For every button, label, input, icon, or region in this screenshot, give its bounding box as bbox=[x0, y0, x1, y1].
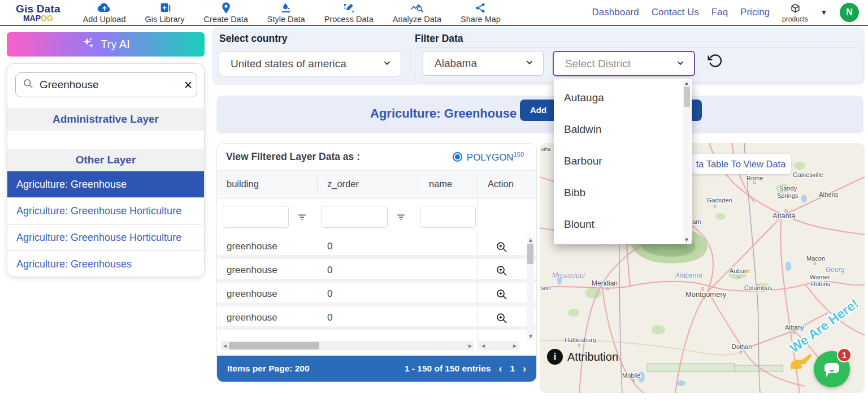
layer-sidebar: ✕ Administrative Layer Other Layer Agric… bbox=[7, 63, 205, 277]
clear-search-icon[interactable]: ✕ bbox=[184, 79, 193, 92]
country-select[interactable]: United states of america bbox=[219, 51, 401, 76]
zoom-in-icon[interactable] bbox=[495, 288, 508, 304]
logo-text: Gis Data bbox=[16, 3, 60, 14]
next-page-icon[interactable]: › bbox=[523, 364, 526, 374]
district-select[interactable]: Select District bbox=[553, 51, 695, 76]
app-logo[interactable]: Gis Data MAPOG bbox=[16, 3, 60, 22]
radio-selected-icon[interactable] bbox=[453, 152, 462, 162]
nav-link[interactable]: Pricing bbox=[740, 7, 770, 18]
table-vertical-scrollbar[interactable]: ▲ ▼ bbox=[527, 237, 534, 340]
filter-input-building[interactable] bbox=[223, 206, 289, 228]
nav-link[interactable]: Contact Us bbox=[652, 7, 699, 18]
svg-text:son: son bbox=[541, 284, 551, 291]
action-column-scrollbar[interactable]: ◄ ► bbox=[479, 341, 519, 351]
state-select[interactable]: Alabama bbox=[423, 51, 544, 76]
chevron-down-icon bbox=[676, 58, 685, 70]
nav-tool-button[interactable]: Add Upload bbox=[77, 1, 132, 25]
table-filter-row bbox=[217, 199, 536, 235]
svg-text:Montgomery: Montgomery bbox=[685, 290, 727, 299]
current-page: 1 bbox=[510, 364, 515, 374]
layer-title: Agriculture: Greenhouse bbox=[370, 106, 517, 121]
prev-page-icon[interactable]: ‹ bbox=[498, 364, 502, 374]
cell-z-order: 0 bbox=[327, 312, 332, 323]
navbar-links: DashboardContact UsFaqPricing bbox=[592, 7, 770, 18]
sidebar-layer-item[interactable]: Agriculture: Greenhouse Horticulture bbox=[7, 198, 204, 224]
svg-text:Meridian: Meridian bbox=[592, 279, 618, 287]
nav-tool-icon bbox=[342, 2, 355, 14]
sidebar-layer-item[interactable]: Agriculture: Greenhouse Horticulture bbox=[7, 224, 204, 251]
svg-text:Auburn: Auburn bbox=[730, 267, 749, 274]
reset-filter-icon[interactable] bbox=[708, 53, 723, 71]
try-ai-button[interactable]: Try AI bbox=[7, 32, 205, 57]
sidebar-layer-item[interactable]: Agriculture: Greenhouse bbox=[7, 171, 204, 198]
district-option[interactable]: Baldwin bbox=[554, 114, 692, 145]
sidebar-layer-item[interactable]: Agriculture: Greenhouses bbox=[7, 251, 204, 277]
search-icon bbox=[23, 78, 34, 92]
nav-tool-button[interactable]: Create Data bbox=[198, 1, 254, 25]
nav-tool-icon bbox=[97, 2, 112, 14]
filter-input-z-order[interactable] bbox=[322, 206, 388, 228]
zoom-in-icon[interactable] bbox=[495, 312, 508, 327]
nav-tool-label: Analyze Data bbox=[393, 15, 441, 24]
logo-og: OG bbox=[41, 14, 53, 23]
zoom-in-icon[interactable] bbox=[495, 264, 508, 280]
filter-icon[interactable] bbox=[297, 211, 307, 224]
dropdown-scrollbar[interactable]: ▲ ▼ bbox=[683, 80, 691, 243]
nav-tool-button[interactable]: Share Map bbox=[455, 1, 506, 25]
zoom-in-icon[interactable] bbox=[495, 240, 508, 256]
svg-text:Alabama: Alabama bbox=[675, 271, 702, 279]
table-horizontal-scrollbar[interactable]: ◄ ► bbox=[221, 341, 474, 351]
district-option[interactable]: Bibb bbox=[554, 177, 692, 209]
layer-item-label: Agriculture: Greenhouse Horticulture bbox=[16, 232, 181, 244]
nav-tool-button[interactable]: Gis Library bbox=[139, 1, 190, 25]
cell-z-order: 0 bbox=[327, 241, 332, 252]
layer-search: ✕ bbox=[15, 72, 197, 97]
nav-link[interactable]: Faq bbox=[711, 7, 728, 18]
svg-text:Georg: Georg bbox=[826, 266, 845, 274]
table-row: greenhouse 0 bbox=[217, 259, 536, 283]
nav-link[interactable]: Dashboard bbox=[592, 7, 639, 18]
table-row: greenhouse 0 bbox=[217, 306, 536, 330]
svg-text:Atlanta: Atlanta bbox=[772, 211, 796, 220]
district-options: AutaugaBaldwinBarbourBibbBlount bbox=[554, 79, 692, 240]
district-option[interactable]: Blount bbox=[554, 209, 692, 240]
try-ai-label: Try AI bbox=[101, 38, 129, 51]
table-row: greenhouse 0 bbox=[217, 283, 536, 306]
layer-title-band: Agriculture: Greenhouse Add bbox=[216, 96, 863, 133]
svg-text:Dothan: Dothan bbox=[732, 343, 752, 350]
layer-item-label: Agriculture: Greenhouse Horticulture bbox=[16, 205, 181, 217]
info-icon: i bbox=[547, 349, 563, 365]
svg-text:Gadsden: Gadsden bbox=[707, 197, 732, 204]
user-avatar[interactable]: N bbox=[840, 3, 859, 22]
layer-item-label: Agriculture: Greenhouse bbox=[16, 179, 127, 191]
sparkle-icon bbox=[81, 36, 95, 53]
table-title: View Filtered Layer Data as : bbox=[226, 151, 360, 163]
search-input[interactable] bbox=[40, 79, 178, 91]
svg-text:Mobile: Mobile bbox=[622, 372, 640, 379]
data-table-hint-button[interactable]: ta Table To View Data bbox=[691, 154, 791, 174]
svg-text:Mississippi: Mississippi bbox=[552, 271, 585, 279]
column-header-name: name bbox=[429, 179, 452, 189]
cell-building: greenhouse bbox=[227, 288, 277, 300]
district-option[interactable]: Barbour bbox=[554, 145, 692, 177]
nav-tool-label: Add Upload bbox=[83, 15, 126, 24]
svg-text:Albany: Albany bbox=[785, 324, 804, 331]
filter-input-name[interactable] bbox=[420, 206, 476, 228]
nav-tool-button[interactable]: Analyze Data bbox=[387, 1, 447, 25]
nav-tool-label: Process Data bbox=[324, 15, 374, 24]
entries-summary: 1 - 150 of 150 entries bbox=[405, 364, 491, 374]
svg-text:Columbus: Columbus bbox=[744, 284, 772, 291]
section-administrative-layer: Administrative Layer bbox=[7, 108, 204, 131]
nav-tool-button[interactable]: Process Data bbox=[319, 1, 379, 25]
nav-tool-button[interactable]: Style Data bbox=[262, 1, 311, 25]
cell-building: greenhouse bbox=[227, 241, 277, 252]
state-value: Alabama bbox=[435, 57, 477, 70]
svg-text:Springs: Springs bbox=[777, 192, 798, 199]
filter-icon[interactable] bbox=[396, 211, 406, 224]
geometry-radio-group[interactable]: POLYGON150 bbox=[453, 151, 524, 163]
products-menu[interactable]: products bbox=[782, 3, 808, 23]
attribution-control[interactable]: i Attribution bbox=[547, 349, 618, 365]
district-option[interactable]: Autauga bbox=[554, 82, 692, 114]
cell-z-order: 0 bbox=[327, 265, 332, 276]
chevron-down-icon[interactable]: ▼ bbox=[821, 8, 827, 16]
